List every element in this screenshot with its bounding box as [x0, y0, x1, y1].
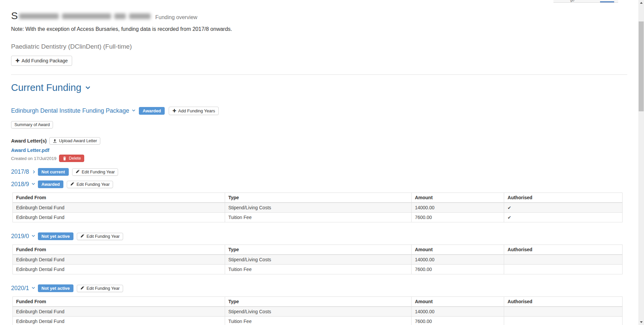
table-header-row: Funded From Type Amount Authorised [13, 245, 623, 255]
authorised-empty [504, 265, 623, 274]
table-row: Edinburgh Dental Fund Tuition Fee 7600.0… [13, 213, 623, 222]
table-header-row: Funded From Type Amount Authorised [13, 193, 623, 203]
year-link-2020-1[interactable]: 2020/1 [11, 285, 35, 292]
year-status-badge: Not current [38, 168, 69, 176]
edit-funding-year-button[interactable]: Edit Funding Year [77, 233, 123, 240]
col-header-authorised: Authorised [504, 193, 623, 203]
table-header-row: Funded From Type Amount Authorised [13, 297, 623, 307]
scroll-down-button[interactable] [638, 319, 644, 325]
year-status-badge: Not yet active [38, 232, 74, 240]
page-title: S Funding overview [11, 10, 627, 21]
col-header-type: Type [225, 245, 411, 255]
table-row: Edinburgh Dental Fund Stipend/Living Cos… [13, 307, 623, 317]
upload-icon [53, 139, 57, 143]
pencil-icon [70, 182, 74, 186]
scroll-up-arrow-icon [640, 2, 643, 4]
programme-title: Paediatric Dentistry (DClinDent) (Full-t… [11, 43, 627, 50]
edit-funding-year-button[interactable]: Edit Funding Year [67, 181, 113, 188]
chevron-down-icon [85, 85, 90, 89]
edit-funding-year-button[interactable]: Edit Funding Year [72, 168, 118, 176]
col-header-authorised: Authorised [504, 297, 623, 307]
chevron-down-icon [32, 286, 35, 289]
award-letter-file-link[interactable]: Award Letter.pdf [11, 148, 49, 153]
pencil-icon [80, 234, 85, 238]
edit-funding-year-button[interactable]: Edit Funding Year [77, 285, 123, 292]
year-status-badge: Not yet active [38, 284, 74, 292]
table-row: Edinburgh Dental Fund Tuition Fee 7600.0… [13, 317, 623, 325]
year-link-2018-9[interactable]: 2018/9 [11, 181, 35, 188]
chevron-down-icon [32, 234, 35, 237]
chevron-down-icon [132, 108, 136, 112]
current-funding-heading[interactable]: Current Funding [11, 82, 90, 93]
table-row: Edinburgh Dental Fund Stipend/Living Cos… [13, 203, 623, 213]
col-header-amount: Amount [411, 245, 504, 255]
funding-table-2018-9: Funded From Type Amount Authorised Edinb… [12, 193, 623, 222]
current-funding-heading-label: Current Funding [11, 82, 82, 93]
scroll-down-arrow-icon [640, 321, 643, 323]
cutoff-fragment-text: go [570, 0, 574, 2]
authorised-check: ✔ [504, 213, 623, 222]
add-funding-years-button[interactable]: ✚ Add Funding Years [169, 107, 219, 115]
authorised-empty [504, 317, 623, 325]
trash-icon [62, 156, 67, 161]
year-status-badge: Awarded [38, 180, 64, 188]
chevron-down-icon [32, 182, 35, 185]
package-status-badge: Awarded [139, 107, 165, 115]
col-header-amount: Amount [411, 297, 504, 307]
section-divider [11, 74, 627, 75]
add-funding-package-button[interactable]: ✚ Add Funding Package [11, 56, 72, 66]
funding-note: Note: With the exception of Access Bursa… [11, 26, 627, 32]
col-header-type: Type [225, 193, 411, 203]
scroll-up-button[interactable] [638, 0, 644, 6]
col-header-funded-from: Funded From [13, 297, 225, 307]
plus-icon: ✚ [15, 58, 19, 63]
col-header-amount: Amount [411, 193, 504, 203]
authorised-empty [504, 307, 623, 317]
authorised-check: ✔ [504, 203, 623, 213]
summary-of-award-button[interactable]: Summary of Award [11, 121, 53, 128]
redacted-student-name [19, 13, 151, 19]
funding-table-2020-1: Funded From Type Amount Authorised Edinb… [12, 296, 623, 325]
col-header-type: Type [225, 297, 411, 307]
vertical-scrollbar[interactable] [638, 0, 644, 325]
col-header-funded-from: Funded From [13, 193, 225, 203]
funding-package-link[interactable]: Edinburgh Dental Institute Funding Packa… [11, 107, 135, 114]
file-created-text: Created on 17/Jul/2019 [11, 156, 56, 161]
delete-file-button[interactable]: Delete [59, 155, 84, 162]
award-letters-label: Award Letter(s) [11, 138, 47, 144]
chevron-right-icon [32, 170, 35, 174]
funding-table-2019-0: Funded From Type Amount Authorised Edinb… [12, 245, 623, 274]
table-row: Edinburgh Dental Fund Stipend/Living Cos… [13, 255, 623, 265]
scrollbar-thumb[interactable] [639, 21, 644, 111]
cutoff-link-fragment[interactable] [600, 1, 614, 2]
page-title-suffix: Funding overview [155, 14, 197, 20]
col-header-authorised: Authorised [504, 245, 623, 255]
year-link-2019-0[interactable]: 2019/0 [11, 233, 35, 240]
main-content: S Funding overview Note: With the except… [0, 10, 644, 325]
pencil-icon [80, 286, 85, 290]
cutoff-toolbar-fragment: go [553, 0, 618, 3]
year-link-2017-8[interactable]: 2017/8 [11, 168, 35, 175]
col-header-funded-from: Funded From [13, 245, 225, 255]
authorised-empty [504, 255, 623, 265]
pencil-icon [75, 170, 80, 174]
table-row: Edinburgh Dental Fund Tuition Fee 7600.0… [13, 265, 623, 274]
page-title-prefix: S [11, 10, 18, 21]
upload-award-letter-button[interactable]: Upload Award Letter [49, 137, 100, 145]
plus-icon: ✚ [172, 109, 176, 113]
